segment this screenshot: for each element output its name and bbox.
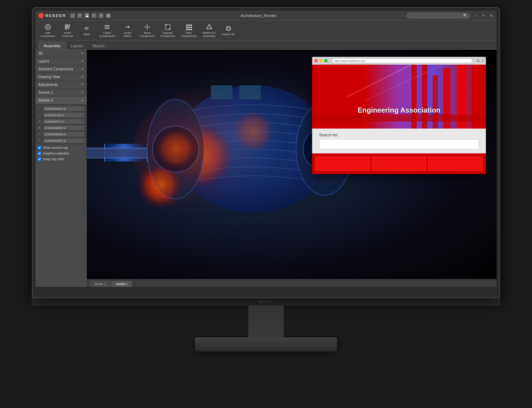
field-icon-5: + xyxy=(37,139,42,142)
svg-rect-56 xyxy=(312,114,486,121)
field-row-4: + xyxy=(37,131,85,137)
tool-filter-components[interactable]: FilterComponents xyxy=(178,22,199,39)
browser-close-btn[interactable] xyxy=(314,59,318,62)
sidebar-selected-arrow: ▼ xyxy=(81,67,84,71)
tool-move-component[interactable]: MoveComponent xyxy=(138,22,157,39)
screen: RENDER □ ↗ 💾 ↩ ↪ 🗑 Architecture_Render 🔍 xyxy=(35,11,497,287)
tab-sketch[interactable]: Sketch xyxy=(88,42,110,49)
window-controls: − + ✕ xyxy=(473,13,494,18)
show-section-cap-checkbox[interactable] xyxy=(38,146,41,149)
field-icon-1: ↔ xyxy=(37,113,42,117)
bottom-tab-model2[interactable]: Model 2 xyxy=(111,281,132,287)
tool-instant-3d-label: Instant 3D xyxy=(222,33,235,36)
browser-addressbar[interactable]: http://www.topfideos.org xyxy=(332,58,472,63)
open-icon[interactable]: ↗ xyxy=(77,13,82,18)
field-icon-0: ↔ xyxy=(37,107,42,110)
tab-layout[interactable]: Layout xyxy=(66,42,88,49)
field-input-2[interactable] xyxy=(43,119,85,124)
browser-hero: Engineering Association xyxy=(312,65,486,129)
graphics-selection-checkbox[interactable] xyxy=(38,152,41,155)
tab-assembly[interactable]: Assembly xyxy=(38,42,66,49)
sidebar-drawing-view-dropdown[interactable]: Drawing View ▼ xyxy=(35,73,87,81)
sidebar-selected-components-dropdown[interactable]: Selected Components ▼ xyxy=(35,65,87,73)
red-block-1 xyxy=(315,156,370,171)
field-row-5: + xyxy=(37,138,85,143)
tool-mate[interactable]: Mate xyxy=(78,23,95,38)
minimize-button[interactable]: − xyxy=(473,13,478,18)
close-button[interactable]: ✕ xyxy=(489,13,494,18)
svg-rect-45 xyxy=(87,157,147,159)
svg-rect-16 xyxy=(186,27,188,28)
title-bar-icons: □ ↗ 💾 ↩ ↪ 🗑 xyxy=(70,13,111,18)
tool-instant-3d[interactable]: Instant 3D xyxy=(220,23,237,38)
svg-rect-14 xyxy=(188,25,190,26)
field-icon-3: ✕ xyxy=(37,126,42,130)
sidebar-section2-header[interactable]: Section 2 ▲ xyxy=(35,97,87,104)
tool-edit-component[interactable]: EditComponent xyxy=(38,22,57,39)
sidebar-section1-header[interactable]: Section 1 ▼ xyxy=(35,89,87,97)
sidebar-layers-dropdown[interactable]: Layers ▼ xyxy=(35,58,87,65)
browser-max-btn[interactable] xyxy=(324,59,328,62)
sidebar-3d-arrow: ▼ xyxy=(81,52,84,55)
svg-rect-15 xyxy=(190,25,192,26)
delete-icon[interactable]: 🗑 xyxy=(106,13,111,18)
tool-reference-geometry-label: ReferenceGeometry xyxy=(203,32,216,38)
field-input-3[interactable] xyxy=(43,125,85,131)
new-icon[interactable]: □ xyxy=(70,13,75,18)
monitor-stand-neck xyxy=(248,305,284,337)
svg-point-42 xyxy=(133,89,289,217)
red-block-2 xyxy=(371,156,427,171)
svg-rect-47 xyxy=(239,85,261,99)
tool-smart-editor[interactable]: SmartEditor xyxy=(119,22,137,39)
tool-reference-geometry[interactable]: ReferenceGeometry xyxy=(200,22,218,39)
browser-settings-icon[interactable]: ⚙ xyxy=(477,59,480,63)
field-input-4[interactable] xyxy=(43,131,85,137)
field-input-0[interactable] xyxy=(43,106,85,111)
checkbox-graphics-selection: Graphics selection xyxy=(35,151,87,156)
title-search[interactable]: 🔍 xyxy=(406,12,470,19)
sidebar-section1-label: Section 1 xyxy=(38,91,53,94)
browser-min-btn[interactable] xyxy=(319,59,323,62)
sidebar-adjustments-label: Adjustments xyxy=(38,83,58,87)
save-icon[interactable]: 💾 xyxy=(84,13,89,18)
field-input-5[interactable] xyxy=(43,138,85,143)
undo-icon[interactable]: ↩ xyxy=(92,13,96,18)
svg-point-24 xyxy=(226,28,231,29)
redo-icon[interactable]: ↪ xyxy=(99,13,104,18)
sidebar-adjustments-dropdown[interactable]: Adjustments ▼ xyxy=(35,81,87,89)
monitor-stand-base xyxy=(195,337,337,352)
svg-rect-18 xyxy=(190,27,192,28)
sidebar-drawing-arrow: ▼ xyxy=(81,75,84,78)
svg-rect-19 xyxy=(186,29,188,30)
sidebar-3d-dropdown[interactable]: 3D ▼ xyxy=(35,50,87,58)
maximize-button[interactable]: + xyxy=(481,13,486,18)
browser-bottom xyxy=(312,153,486,174)
svg-rect-46 xyxy=(211,85,232,99)
filter-components-icon xyxy=(185,23,193,31)
field-input-1[interactable] xyxy=(43,112,85,118)
browser-url: http://www.topfideos.org xyxy=(334,59,365,62)
browser-share-icon[interactable]: ↗ xyxy=(481,59,484,63)
field-row-2: ↗ xyxy=(37,119,85,124)
canvas-area: http://www.topfideos.org ⚙ ↗ xyxy=(87,50,497,287)
sidebar-adjustments-arrow: ▼ xyxy=(81,83,84,86)
tool-expand-component[interactable]: ExpandComponent xyxy=(158,22,177,39)
tool-edit-component-label: EditComponent xyxy=(40,32,55,38)
tool-linear-components[interactable]: LinearComponents xyxy=(97,22,117,39)
svg-point-23 xyxy=(226,26,231,31)
monitor-brand: D∊LL xyxy=(259,300,272,304)
search-input[interactable] xyxy=(322,142,476,146)
title-search-input[interactable] xyxy=(409,13,462,17)
monitor-chin: D∊LL xyxy=(32,298,500,305)
show-section-cap-label: Show section cap xyxy=(43,146,68,149)
app-logo: RENDER xyxy=(38,13,66,18)
toolbar: EditComponent InsertComents Mate xyxy=(35,21,497,40)
browser-overlay: http://www.topfideos.org ⚙ ↗ xyxy=(312,57,486,174)
bottom-tab-model1[interactable]: Model 1 xyxy=(90,281,110,287)
tool-move-component-label: MoveComponent xyxy=(140,32,155,38)
keep-cap-color-label: Keep cap color xyxy=(43,157,64,161)
sidebar-layers-label: Layers xyxy=(38,59,49,63)
tool-insert-components[interactable]: InsertComents xyxy=(59,22,76,39)
keep-cap-color-checkbox[interactable] xyxy=(38,157,41,161)
svg-rect-4 xyxy=(68,25,70,27)
